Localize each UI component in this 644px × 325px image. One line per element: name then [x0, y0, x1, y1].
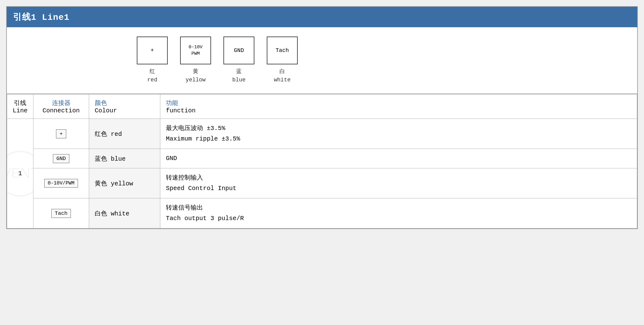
connector-group: + 红 red 0-10VPWM 黄 yellow GND [137, 37, 298, 84]
label-en-blue: blue [232, 76, 245, 84]
title-text: 引线1 Line1 [13, 13, 70, 22]
function-text-pwm: 转速控制输入 Speed Control Input [166, 173, 631, 194]
header-function: 功能 function [160, 94, 637, 119]
label-zh-white: 白 [274, 67, 291, 76]
label-en-yellow: yellow [186, 76, 206, 84]
section-title: 引线1 Line1 [7, 7, 637, 27]
label-zh-red: 红 [147, 67, 157, 76]
function-pwm: 转速控制输入 Speed Control Input [160, 168, 637, 198]
connection-box-plus: + [56, 129, 66, 138]
function-text-gnd: GND [166, 153, 631, 164]
colour-value-yellow: 黄色 yellow [95, 180, 133, 187]
connector-pwm: 0-10VPWM 黄 yellow [180, 37, 211, 84]
colour-value-red: 红色 red [95, 131, 122, 138]
connector-symbol-gnd: GND [234, 47, 244, 54]
connection-tach: Tach [33, 198, 89, 228]
function-tach: 转速信号输出 Tach output 3 pulse/R [160, 198, 637, 228]
connection-box-gnd: GND [53, 154, 69, 163]
connector-box-pwm: 0-10VPWM [180, 37, 211, 64]
connector-symbol-pwm: 0-10VPWM [188, 44, 202, 57]
connection-gnd: GND [33, 149, 89, 168]
watermark-icon: VENT [7, 149, 33, 198]
label-en-red: red [147, 76, 157, 84]
header-colour-en: Colour [95, 107, 154, 114]
header-colour: 颜色 Colour [89, 94, 160, 119]
colour-blue: 蓝色 blue [89, 149, 160, 168]
table-row-4: Tach 白色 white 转速信号输出 Tach output 3 pulse… [7, 198, 637, 228]
label-zh-yellow: 黄 [186, 67, 206, 76]
connection-box-pwm: 0-10V/PWM [44, 179, 78, 188]
header-function-zh: 功能 [166, 99, 631, 107]
connection-box-tach: Tach [51, 209, 71, 218]
label-en-white: white [274, 76, 291, 84]
connector-tach: Tach 白 white [267, 37, 298, 84]
connector-box-plus: + [137, 37, 168, 64]
table-row-3: 0-10V/PWM 黄色 yellow 转速控制输入 Speed Control… [7, 168, 637, 198]
connector-box-gnd: GND [223, 37, 254, 64]
diagram-row: + 红 red 0-10VPWM 黄 yellow GND [7, 27, 637, 94]
function-en-tach: Tach output 3 pulse/R [166, 213, 631, 224]
header-line-zh: 引线 [13, 99, 28, 107]
main-container: 引线1 Line1 + 红 red 0-10VPWM 黄 yello [6, 6, 638, 229]
function-zh-pwm: 转速控制输入 [166, 173, 631, 183]
function-plus: 最大电压波动 ±3.5% Maximum ripple ±3.5% [160, 119, 637, 149]
colour-value-blue: 蓝色 blue [95, 155, 126, 162]
colour-yellow: 黄色 yellow [89, 168, 160, 198]
connection-value-tach: Tach [55, 210, 67, 216]
connector-label-gnd: 蓝 blue [232, 67, 245, 84]
connector-label-plus: 红 red [147, 67, 157, 84]
connector-box-tach: Tach [267, 37, 298, 64]
data-table: 引线 Line 连接器 Connection 颜色 Colour 功能 func… [7, 94, 637, 228]
line-number-1: 1 VENT [7, 119, 33, 228]
function-en-plus: Maximum ripple ±3.5% [166, 134, 631, 144]
header-function-en: function [166, 107, 631, 114]
connection-value-plus: + [59, 131, 63, 137]
table-row-2: GND 蓝色 blue GND [7, 149, 637, 168]
svg-text:VENT: VENT [7, 165, 33, 180]
connector-label-tach: 白 white [274, 67, 291, 84]
function-zh-plus: 最大电压波动 ±3.5% [166, 123, 631, 134]
connector-symbol-plus: + [151, 47, 154, 54]
colour-value-white: 白色 white [95, 210, 129, 217]
header-line: 引线 Line [7, 94, 33, 119]
connector-plus: + 红 red [137, 37, 168, 84]
connection-value-pwm: 0-10V/PWM [48, 180, 74, 186]
colour-red: 红色 red [89, 119, 160, 149]
colour-white: 白色 white [89, 198, 160, 228]
header-line-en: Line [13, 107, 28, 114]
function-text-plus: 最大电压波动 ±3.5% Maximum ripple ±3.5% [166, 123, 631, 144]
table-row-1: 1 VENT + 红色 red 最大电压波 [7, 119, 637, 149]
header-colour-zh: 颜色 [95, 99, 154, 107]
connection-plus: + [33, 119, 89, 149]
connection-value-gnd: GND [56, 156, 66, 162]
function-text-tach: 转速信号输出 Tach output 3 pulse/R [166, 203, 631, 224]
connector-label-pwm: 黄 yellow [186, 67, 206, 84]
function-zh-tach: 转速信号输出 [166, 203, 631, 213]
label-zh-blue: 蓝 [232, 67, 245, 76]
header-connection-en: Connection [39, 107, 83, 114]
connection-pwm: 0-10V/PWM [33, 168, 89, 198]
function-zh-gnd: GND [166, 153, 631, 164]
connector-gnd: GND 蓝 blue [223, 37, 254, 84]
header-connection: 连接器 Connection [33, 94, 89, 119]
table-header-row: 引线 Line 连接器 Connection 颜色 Colour 功能 func… [7, 94, 637, 119]
connector-symbol-tach: Tach [275, 47, 289, 54]
function-gnd: GND [160, 149, 637, 168]
function-en-pwm: Speed Control Input [166, 183, 631, 194]
header-connection-zh: 连接器 [39, 99, 83, 107]
